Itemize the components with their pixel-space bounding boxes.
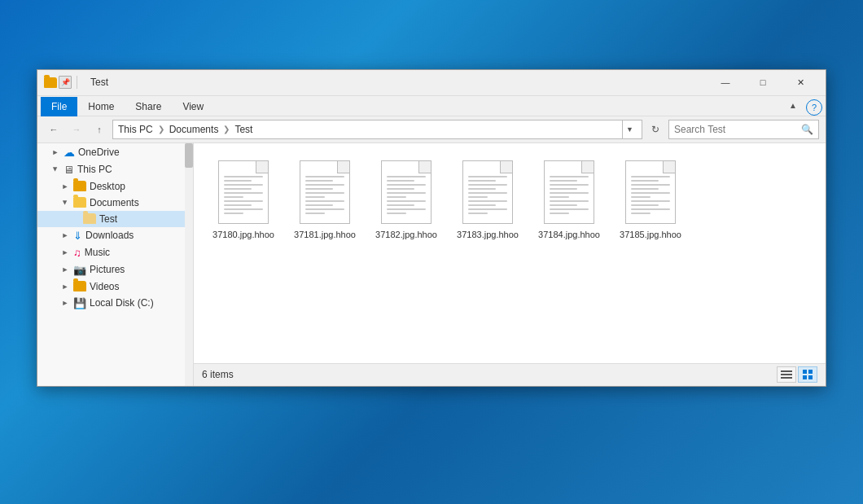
sidebar-label-pictures: Pictures — [90, 264, 125, 275]
file-item[interactable]: 37183.jpg.hhoo — [451, 156, 524, 244]
expand-arrow-test[interactable] — [70, 214, 80, 224]
ribbon-chevron-icon[interactable]: ▲ — [783, 96, 803, 116]
sidebar-scrollbar-thumb[interactable] — [185, 143, 193, 168]
doc-lines-1 — [219, 161, 268, 217]
up-button[interactable]: ↑ — [90, 120, 109, 139]
file-item[interactable]: 37184.jpg.hhoo — [532, 156, 606, 244]
sidebar-scrollbar[interactable] — [185, 143, 193, 386]
doc-lines-4 — [463, 161, 512, 217]
doc-line — [224, 184, 263, 186]
file-thumb-3 — [377, 160, 436, 226]
doc-line — [224, 176, 263, 177]
downloads-icon: ⇓ — [73, 230, 82, 242]
maximize-button[interactable]: □ — [744, 69, 782, 95]
doc-page-2 — [300, 160, 350, 224]
file-item[interactable]: 37185.jpg.hhoo — [614, 156, 687, 244]
close-button[interactable]: ✕ — [782, 69, 819, 95]
file-item[interactable]: 37180.jpg.hhoo — [207, 156, 280, 244]
breadcrumb-this-pc[interactable]: This PC — [118, 124, 153, 135]
sidebar-label-local-disk: Local Disk (C:) — [90, 297, 154, 309]
doc-lines-2 — [300, 161, 349, 217]
doc-line — [387, 213, 406, 214]
doc-line — [550, 192, 589, 194]
doc-line — [224, 204, 252, 206]
doc-line — [550, 184, 589, 186]
doc-line — [631, 200, 670, 202]
doc-line — [224, 196, 243, 198]
svg-rect-5 — [803, 375, 807, 379]
address-dropdown-button[interactable]: ▼ — [622, 120, 637, 139]
tab-file[interactable]: File — [41, 97, 77, 116]
search-input[interactable] — [674, 124, 801, 135]
file-thumb-4 — [458, 160, 517, 226]
sidebar-item-local-disk[interactable]: ► 💾 Local Disk (C:) — [37, 295, 185, 312]
sidebar-item-documents[interactable]: ► Documents — [37, 195, 185, 211]
file-thumb-2 — [296, 160, 354, 226]
large-icons-view-icon — [803, 370, 813, 379]
doc-line — [224, 192, 263, 194]
tab-view[interactable]: View — [172, 97, 214, 116]
doc-line — [387, 176, 426, 177]
doc-line — [224, 213, 243, 214]
expand-arrow-downloads[interactable]: ► — [60, 230, 70, 240]
minimize-button[interactable]: — — [707, 69, 744, 95]
status-item-count: 6 items — [202, 369, 777, 380]
doc-page-5 — [544, 160, 594, 224]
refresh-button[interactable]: ↻ — [646, 120, 665, 139]
sidebar-label-music: Music — [85, 247, 110, 258]
search-box[interactable]: 🔍 — [668, 120, 819, 139]
doc-line — [387, 196, 406, 198]
expand-arrow-onedrive[interactable]: ► — [50, 147, 60, 157]
sidebar-item-pictures[interactable]: ► 📷 Pictures — [37, 261, 185, 278]
file-item[interactable]: 37182.jpg.hhoo — [370, 156, 443, 244]
expand-arrow-this-pc[interactable]: ► — [50, 164, 60, 174]
sidebar-label-this-pc: This PC — [77, 164, 112, 175]
sidebar-item-downloads[interactable]: ► ⇓ Downloads — [37, 227, 185, 244]
doc-page-6 — [625, 160, 676, 224]
doc-line — [550, 200, 589, 202]
sidebar-label-documents: Documents — [90, 197, 139, 208]
sidebar-item-onedrive[interactable]: ► ☁ OneDrive — [37, 143, 185, 161]
breadcrumb-test[interactable]: Test — [234, 124, 252, 135]
back-button[interactable]: ← — [44, 120, 64, 139]
sidebar-item-videos[interactable]: ► Videos — [37, 278, 185, 295]
svg-rect-6 — [808, 375, 813, 379]
help-button[interactable]: ? — [806, 99, 822, 116]
tab-share[interactable]: Share — [125, 97, 172, 116]
doc-line — [305, 196, 325, 198]
doc-line — [631, 188, 659, 190]
sidebar-item-music[interactable]: ► ♫ Music — [37, 244, 185, 261]
expand-arrow-music[interactable]: ► — [60, 248, 70, 257]
sidebar-item-this-pc[interactable]: ► 🖥 This PC — [37, 161, 185, 178]
large-icons-view-button[interactable] — [798, 366, 817, 383]
expand-arrow-videos[interactable]: ► — [60, 282, 70, 291]
file-item[interactable]: 37181.jpg.hhoo — [288, 156, 361, 244]
forward-button[interactable]: → — [67, 120, 86, 139]
doc-line — [468, 180, 496, 182]
doc-lines-6 — [626, 161, 675, 217]
expand-arrow-documents[interactable]: ► — [60, 198, 70, 208]
doc-line — [387, 208, 426, 210]
sidebar-label-onedrive: OneDrive — [78, 147, 120, 158]
file-name-1: 37180.jpg.hhoo — [212, 229, 274, 240]
file-explorer-window: 📌 Test — □ ✕ File Home Share View ▲ ? ← … — [37, 69, 826, 387]
breadcrumb-documents[interactable]: Documents — [169, 124, 219, 135]
search-icon[interactable]: 🔍 — [801, 124, 813, 135]
doc-line — [305, 176, 344, 177]
expand-arrow-pictures[interactable]: ► — [60, 265, 70, 274]
sidebar-item-test[interactable]: Test — [37, 211, 185, 227]
expand-arrow-local-disk[interactable]: ► — [60, 298, 70, 308]
doc-line — [224, 200, 263, 202]
svg-rect-3 — [803, 370, 807, 374]
expand-arrow-desktop[interactable]: ► — [60, 182, 70, 191]
tab-home[interactable]: Home — [77, 97, 125, 116]
address-box[interactable]: This PC ❯ Documents ❯ Test ▼ — [112, 120, 642, 139]
doc-line — [631, 204, 659, 206]
doc-line — [550, 208, 589, 210]
sidebar-label-test: Test — [99, 213, 117, 225]
pin-icon: 📌 — [59, 76, 72, 89]
sidebar-item-desktop[interactable]: ► Desktop — [37, 178, 185, 195]
title-bar-icons: 📌 — [44, 76, 81, 89]
doc-line — [387, 184, 426, 186]
details-view-button[interactable] — [777, 366, 796, 383]
